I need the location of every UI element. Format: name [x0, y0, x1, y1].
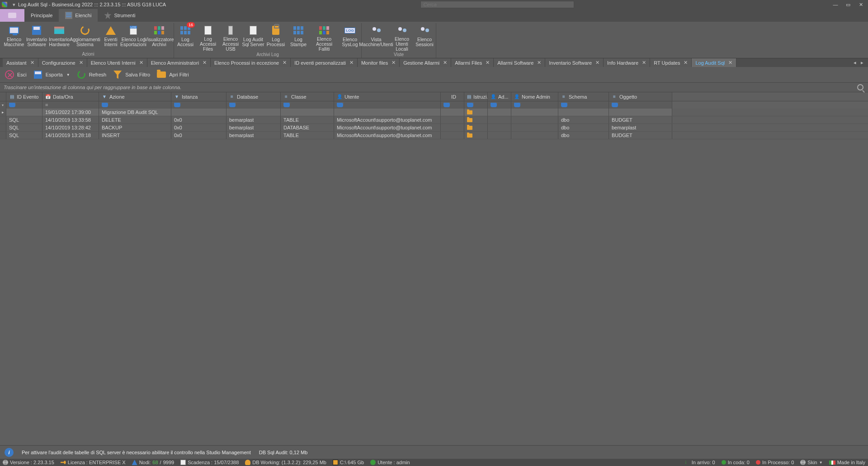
table-row[interactable]: SQL14/10/2019 13:28:18INSERT0x0bemarplas… [0, 132, 868, 139]
ribbon-vista-macchine-utenti[interactable]: Vista Macchine/Utenti [362, 23, 391, 52]
search-input[interactable] [424, 2, 571, 7]
close-tab-icon[interactable]: ✕ [139, 60, 143, 66]
close-tab-icon[interactable]: ✕ [537, 60, 541, 66]
doc-tab-info-hardware[interactable]: Info Hardware✕ [604, 58, 650, 67]
filter-data_ora[interactable]: = [42, 101, 99, 109]
ribbon-elenco-syslog[interactable]: LOGElenco SysLog [339, 23, 361, 52]
filter-nome_admin[interactable] [511, 101, 558, 109]
filter-classe[interactable] [281, 101, 334, 109]
doc-tab-elenco-amministratori[interactable]: Elenco Amministratori✕ [147, 58, 211, 67]
tab-principale[interactable]: Principale [24, 9, 59, 22]
filter-schema[interactable] [558, 101, 609, 109]
table-row[interactable]: SQL14/10/2019 13:33:58DELETE0x0bemarplas… [0, 116, 868, 124]
filter-ad[interactable] [488, 101, 511, 109]
group-by-panel[interactable]: Trascinare un'intestazione di colonna qu… [0, 82, 868, 92]
salva-filtro-button[interactable]: Salva Filtro [113, 70, 150, 80]
doc-tab-rt-updates[interactable]: RT Updates✕ [650, 58, 692, 67]
close-tab-icon[interactable]: ✕ [443, 60, 447, 66]
status-skin[interactable]: Skin ▼ [800, 460, 822, 465]
ribbon-visualizzatore-archivi[interactable]: Visualizzatore Archivi [145, 23, 174, 51]
ribbon-elenco-sessioni[interactable]: Elenco Sessioni [413, 23, 436, 52]
close-tab-icon[interactable]: ✕ [684, 60, 688, 66]
ribbon-aggiornamenti-sistema[interactable]: Aggiornamenti Sistema [71, 23, 99, 51]
minimize-button[interactable]: — [830, 2, 841, 7]
doc-tab-assistant[interactable]: Assistant✕ [3, 58, 38, 67]
table-row[interactable]: SQL14/10/2019 13:28:42BACKUP0x0bemarplas… [0, 124, 868, 132]
col-header-ad[interactable]: 👤Ad... [488, 92, 511, 101]
col-header-schema[interactable]: ≡Schema [558, 92, 609, 101]
filter-azione[interactable] [99, 101, 171, 109]
ribbon-log-processi[interactable]: Log Processi [264, 23, 287, 52]
doc-tab-log-audit-sql-tab[interactable]: Log Audit Sql✕ [692, 58, 736, 67]
ribbon-inventario-software[interactable]: Inventario Software [25, 23, 48, 51]
col-header-azione[interactable]: ▼Azione [99, 92, 171, 101]
esporta-button[interactable]: Esporta▼ [33, 70, 70, 80]
close-tab-icon[interactable]: ✕ [595, 60, 599, 66]
doc-tab-inventario-software-tab[interactable]: Inventario Software✕ [545, 58, 604, 67]
filter-id[interactable] [441, 101, 464, 109]
close-tab-icon[interactable]: ✕ [642, 60, 646, 66]
col-header-nome_admin[interactable]: 👤Nome Admin [511, 92, 558, 101]
tab-strumenti[interactable]: Strumenti [98, 9, 142, 22]
folder-icon[interactable] [467, 133, 472, 138]
ribbon-elenco-accessi-usb[interactable]: Elenco Accessi USB [219, 23, 242, 52]
col-header-id[interactable]: ID [441, 92, 464, 101]
close-tab-icon[interactable]: ✕ [203, 60, 207, 66]
filter-database[interactable] [226, 101, 281, 109]
ribbon-elenco-log-esportazioni[interactable]: Elenco Log Esportazioni [122, 23, 145, 51]
refresh-button[interactable]: Refresh [76, 70, 107, 80]
col-header-utente[interactable]: 👤Utente [334, 92, 441, 101]
doc-tab-allarmi-files[interactable]: Allarmi Files✕ [451, 58, 494, 67]
filter-istanza[interactable] [171, 101, 226, 109]
esci-button[interactable]: Esci [5, 70, 27, 80]
doc-tab-monitor-files[interactable]: Monitor files✕ [358, 58, 400, 67]
col-header-oggetto[interactable]: ≡Oggetto [609, 92, 672, 101]
folder-icon[interactable] [467, 110, 472, 114]
col-header-istanza[interactable]: ▼Istanza [171, 92, 226, 101]
filter-id_evento[interactable] [6, 101, 42, 109]
table-row[interactable]: ▸19/01/2022 17:39:00Migrazione DB Audit … [0, 109, 868, 116]
filter-istruzi[interactable] [464, 101, 488, 109]
tab-elenchi[interactable]: Elenchi [59, 9, 98, 22]
doc-tab-configurazione[interactable]: Configurazione✕ [38, 58, 87, 67]
filter-indicator[interactable] [0, 101, 6, 109]
file-tab[interactable] [0, 9, 24, 22]
close-tab-icon[interactable]: ✕ [392, 60, 396, 66]
close-tab-icon[interactable]: ✕ [486, 60, 490, 66]
doc-tab-elenco-utenti-interni[interactable]: Elenco Utenti Interni✕ [87, 58, 147, 67]
ribbon-eventi-interni[interactable]: Eventi Interni [99, 23, 122, 51]
doc-tab-id-eventi-personalizzati[interactable]: ID eventi personalizzati✕ [291, 58, 358, 67]
ribbon-elenco-macchine[interactable]: Elenco Macchine [3, 23, 25, 51]
search-icon[interactable] [857, 84, 863, 90]
doc-tab-elenco-processi-eccezione[interactable]: Elenco Processi in eccezione✕ [211, 58, 291, 67]
doc-tab-gestione-allarmi[interactable]: Gestione Allarmi✕ [400, 58, 451, 67]
filter-oggetto[interactable] [609, 101, 672, 109]
close-tab-icon[interactable]: ✕ [349, 60, 354, 66]
ribbon-log-accessi[interactable]: 16Log Accessi [174, 23, 197, 52]
ribbon-log-accessi-files[interactable]: Log Accessi Files [197, 23, 219, 52]
tab-scroll-right-icon[interactable]: ▸ [861, 60, 863, 66]
col-header-id_evento[interactable]: ▤ID Evento [6, 92, 42, 101]
folder-icon[interactable] [467, 126, 472, 130]
doc-tab-allarmi-software[interactable]: Allarmi Software✕ [494, 58, 545, 67]
maximize-button[interactable]: ▭ [843, 2, 854, 8]
tab-scroll-left-icon[interactable]: ◂ [854, 60, 856, 66]
close-tab-icon[interactable]: ✕ [30, 60, 34, 66]
filter-utente[interactable] [334, 101, 441, 109]
col-header-database[interactable]: ≡Database [226, 92, 281, 101]
ribbon-elenco-accessi-falliti[interactable]: Elenco Accessi Falliti [310, 23, 339, 52]
qat-dropdown-icon[interactable]: ▾ [13, 2, 15, 8]
ribbon-log-audit-sql[interactable]: Log Audit Sql Server [242, 23, 264, 52]
search-box[interactable] [420, 1, 574, 8]
apri-filtri-button[interactable]: Apri Filtri [156, 70, 189, 80]
close-window-button[interactable]: ✕ [855, 2, 866, 8]
col-header-classe[interactable]: ≡Classe [281, 92, 334, 101]
ribbon-log-stampe[interactable]: Log Stampe [287, 23, 310, 52]
close-tab-icon[interactable]: ✕ [728, 60, 732, 66]
ribbon-inventario-hardware[interactable]: Inventario Hardware [48, 23, 71, 51]
close-tab-icon[interactable]: ✕ [79, 60, 83, 66]
col-header-istruzi[interactable]: ▤Istruzi... [464, 92, 488, 101]
folder-icon[interactable] [467, 118, 472, 122]
col-header-data_ora[interactable]: 📅Data/Ora [42, 92, 99, 101]
ribbon-elenco-utenti-locali[interactable]: Elenco Utenti Locali [391, 23, 413, 52]
